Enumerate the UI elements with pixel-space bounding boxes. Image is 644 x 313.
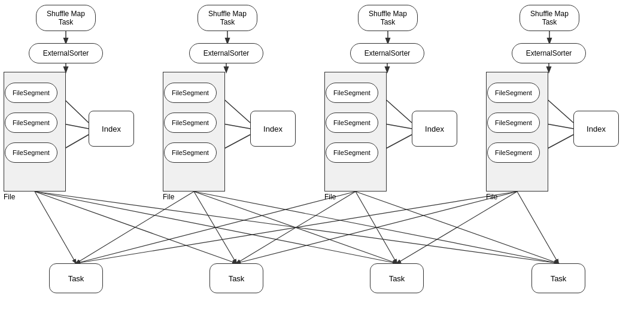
- file-label-4: File: [486, 193, 497, 201]
- shuffle-map-task-3: Shuffle Map Task: [358, 5, 418, 31]
- file-segment-2-2: FileSegment: [164, 113, 217, 133]
- file-segment-3-3: FileSegment: [326, 142, 378, 163]
- file-label-3: File: [324, 193, 336, 201]
- diagram: Shuffle Map Task Shuffle Map Task Shuffl…: [0, 0, 644, 313]
- file-segment-4-1: FileSegment: [487, 83, 540, 103]
- file-label-1: File: [4, 193, 15, 201]
- file-segment-4-2: FileSegment: [487, 113, 540, 133]
- file-segment-1-3: FileSegment: [5, 142, 57, 163]
- index-node-2: Index: [250, 111, 296, 147]
- index-node-3: Index: [412, 111, 457, 147]
- file-segment-3-2: FileSegment: [326, 113, 378, 133]
- svg-line-28: [76, 192, 356, 263]
- file-segment-2-3: FileSegment: [164, 142, 217, 163]
- svg-line-34: [397, 192, 517, 263]
- svg-line-33: [236, 192, 517, 263]
- index-node-4: Index: [573, 111, 619, 147]
- shuffle-map-task-2: Shuffle Map Task: [198, 5, 257, 31]
- file-segment-1-1: FileSegment: [5, 83, 57, 103]
- svg-line-29: [236, 192, 356, 263]
- svg-line-20: [35, 192, 76, 263]
- external-sorter-2: ExternalSorter: [189, 43, 263, 63]
- svg-line-31: [356, 192, 558, 263]
- external-sorter-3: ExternalSorter: [350, 43, 424, 63]
- file-label-2: File: [163, 193, 174, 201]
- file-segment-2-1: FileSegment: [164, 83, 217, 103]
- shuffle-map-task-1: Shuffle Map Task: [36, 5, 96, 31]
- task-1: Task: [49, 263, 103, 293]
- shuffle-map-task-4: Shuffle Map Task: [520, 5, 579, 31]
- svg-line-25: [194, 192, 236, 263]
- svg-line-21: [35, 192, 236, 263]
- external-sorter-1: ExternalSorter: [29, 43, 103, 63]
- task-3: Task: [370, 263, 424, 293]
- svg-line-22: [35, 192, 397, 263]
- svg-line-26: [194, 192, 397, 263]
- svg-line-27: [194, 192, 558, 263]
- svg-line-24: [76, 192, 194, 263]
- file-segment-1-2: FileSegment: [5, 113, 57, 133]
- svg-line-30: [356, 192, 397, 263]
- file-segment-3-1: FileSegment: [326, 83, 378, 103]
- svg-line-23: [35, 192, 558, 263]
- external-sorter-4: ExternalSorter: [512, 43, 586, 63]
- file-segment-4-3: FileSegment: [487, 142, 540, 163]
- svg-line-32: [76, 192, 517, 263]
- svg-line-35: [517, 192, 558, 263]
- task-4: Task: [531, 263, 585, 293]
- index-node-1: Index: [89, 111, 134, 147]
- task-2: Task: [209, 263, 263, 293]
